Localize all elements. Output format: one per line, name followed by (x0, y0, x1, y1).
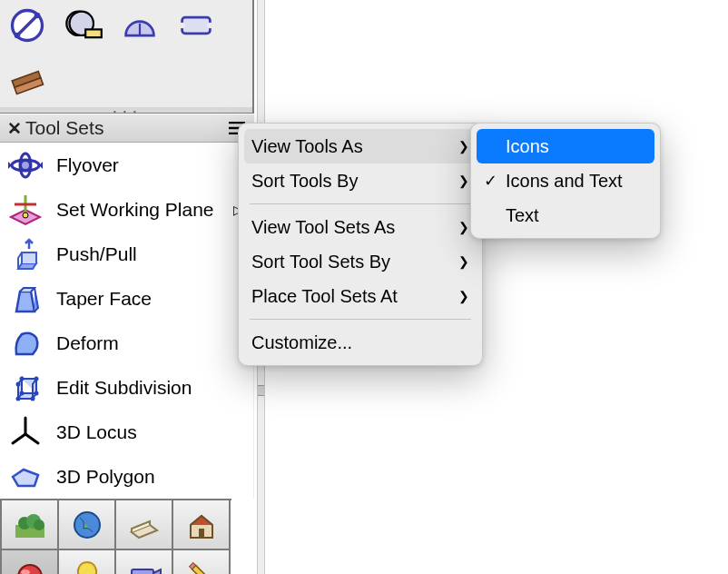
tool-label: Flyover (56, 154, 246, 176)
svg-point-15 (21, 161, 30, 170)
tool-label: 3D Polygon (56, 466, 246, 488)
palette-grid (0, 499, 231, 574)
tool-label: Push/Pull (56, 243, 246, 265)
tool-item-3d-polygon[interactable]: 3D Polygon (0, 454, 253, 499)
tool-item-push-pull[interactable]: Push/Pull (0, 232, 253, 276)
svg-rect-38 (132, 569, 153, 575)
svg-point-9 (179, 23, 185, 29)
menu-item-label: Place Tool Sets At (251, 286, 453, 307)
palette-house-icon[interactable] (173, 500, 231, 550)
menu-place-tool-sets-at[interactable]: Place Tool Sets At❯ (239, 279, 482, 313)
svg-rect-6 (85, 29, 102, 37)
divider-handle[interactable] (258, 385, 264, 396)
tape-measure-icon[interactable] (62, 4, 105, 47)
view-tools-as-submenu: Icons✓Icons and TextText (470, 123, 661, 239)
polygon-icon (4, 459, 47, 495)
palette-camera-icon[interactable] (116, 550, 173, 574)
submenu-item-label: Text (506, 205, 647, 226)
submenu-item-label: Icons and Text (506, 171, 647, 192)
submenu-icons-and-text[interactable]: ✓Icons and Text (471, 163, 660, 198)
menu-item-label: Sort Tool Sets By (251, 252, 453, 272)
tool-item-taper-face[interactable]: Taper Face (0, 276, 253, 321)
submenu-text[interactable]: Text (471, 198, 660, 233)
flyover-icon (4, 147, 47, 183)
top-toolbar: • • • (0, 0, 254, 114)
svg-point-19 (16, 396, 21, 401)
tool-list: FlyoverSet Working Plane▷Push/PullTaper … (0, 143, 254, 499)
subdiv-icon (4, 370, 47, 406)
palette-landscape-icon[interactable] (2, 500, 59, 550)
chevron-right-icon: ❯ (453, 254, 469, 269)
palette-sheet-icon[interactable] (116, 500, 173, 550)
tool-item-flyover[interactable]: Flyover (0, 143, 253, 187)
menu-view-tools-as[interactable]: View Tools As❯ (244, 129, 477, 163)
tool-label: Taper Face (56, 288, 246, 310)
tool-sets-header: ✕ Tool Sets (0, 114, 254, 143)
taper-icon (4, 281, 47, 317)
lumber-icon[interactable] (5, 60, 49, 104)
svg-point-33 (74, 512, 100, 538)
chevron-right-icon: ❯ (453, 289, 469, 303)
svg-rect-34 (199, 529, 204, 538)
submenu-icons[interactable]: Icons (477, 129, 654, 163)
check-icon: ✓ (484, 171, 506, 191)
svg-point-20 (31, 396, 35, 401)
svg-point-22 (20, 391, 25, 395)
chevron-right-icon: ❯ (453, 173, 469, 188)
chevron-right-icon: ❯ (453, 139, 469, 153)
panel-grip[interactable]: • • • (0, 107, 252, 113)
deform-icon (4, 325, 47, 361)
menu-separator (250, 319, 471, 320)
svg-point-25 (34, 376, 39, 381)
close-icon[interactable]: ✕ (7, 118, 25, 139)
menu-separator (250, 203, 471, 204)
palette-bulb-icon[interactable] (59, 550, 116, 574)
menu-view-tool-sets-as[interactable]: View Tool Sets As❯ (239, 210, 482, 244)
svg-point-24 (20, 376, 25, 381)
tool-item-edit-subdivision[interactable]: Edit Subdivision (0, 365, 253, 410)
svg-line-28 (25, 434, 38, 443)
svg-rect-8 (182, 17, 211, 34)
palette-globe-icon[interactable] (59, 500, 116, 550)
svg-line-27 (13, 434, 25, 443)
svg-point-10 (207, 23, 213, 29)
tool-item-set-working-plane[interactable]: Set Working Plane▷ (0, 187, 253, 232)
svg-point-23 (16, 381, 21, 386)
tool-label: Edit Subdivision (56, 377, 246, 399)
menu-item-label: Customize... (251, 332, 469, 353)
ticket-icon[interactable] (174, 4, 218, 47)
tool-label: Set Working Plane (56, 199, 224, 221)
menu-customize[interactable]: Customize... (239, 325, 482, 360)
tool-label: 3D Locus (56, 421, 246, 443)
pushpull-icon (4, 236, 47, 272)
submenu-item-label: Icons (506, 136, 647, 157)
svg-point-32 (34, 520, 44, 530)
svg-point-3 (34, 13, 41, 19)
plane-icon (4, 192, 47, 228)
protractor-icon[interactable] (118, 4, 162, 47)
tool-item-deform[interactable]: Deform (0, 321, 253, 365)
circle-diag-icon[interactable] (5, 4, 49, 47)
menu-sort-tool-sets-by[interactable]: Sort Tool Sets By❯ (239, 244, 482, 279)
locus-icon (4, 414, 47, 450)
menu-item-label: View Tools As (251, 136, 453, 157)
tool-item-3d-locus[interactable]: 3D Locus (0, 410, 253, 454)
menu-sort-tools-by[interactable]: Sort Tools By❯ (239, 163, 482, 198)
palette-pencil-icon[interactable] (173, 550, 231, 574)
menu-item-label: Sort Tools By (251, 171, 453, 192)
panel-title: Tool Sets (25, 117, 229, 139)
svg-point-18 (23, 213, 28, 218)
svg-point-21 (34, 391, 39, 395)
chevron-right-icon: ❯ (453, 220, 469, 234)
menu-item-label: View Tool Sets As (251, 217, 453, 238)
panel-context-menu: View Tools As❯Sort Tools By❯View Tool Se… (238, 123, 483, 366)
palette-ball-icon[interactable] (2, 550, 59, 574)
tool-label: Deform (56, 332, 246, 354)
svg-point-2 (15, 33, 21, 39)
